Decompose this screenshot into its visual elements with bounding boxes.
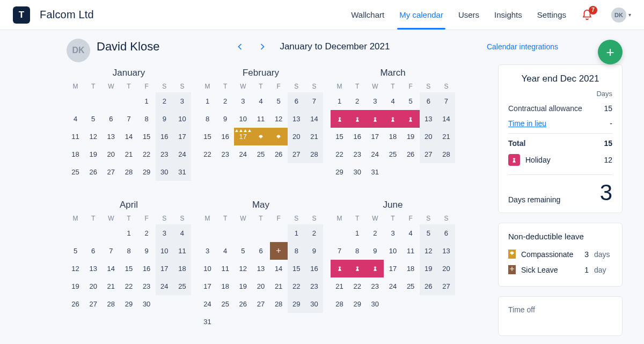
calendar-cell[interactable]: 23 bbox=[138, 277, 156, 295]
calendar-cell[interactable] bbox=[331, 110, 348, 128]
prev-range-button[interactable] bbox=[235, 41, 245, 52]
calendar-cell[interactable]: 7 bbox=[331, 242, 348, 260]
calendar-cell[interactable]: 15 bbox=[199, 128, 216, 145]
calendar-cell[interactable]: 13 bbox=[252, 260, 269, 277]
calendar-cell[interactable]: 7 bbox=[305, 92, 323, 110]
calendar-cell[interactable]: 1 bbox=[288, 224, 305, 242]
calendar-cell[interactable]: 18 bbox=[67, 145, 84, 163]
calendar-cell[interactable]: 15 bbox=[120, 260, 137, 277]
notifications-button[interactable]: 7 bbox=[581, 9, 593, 21]
calendar-cell[interactable]: 25 bbox=[384, 145, 401, 163]
calendar-cell[interactable]: 3 bbox=[156, 224, 173, 242]
calendar-cell[interactable]: 31 bbox=[366, 163, 384, 181]
calendar-cell[interactable]: 15 bbox=[331, 128, 348, 145]
calendar-cell[interactable]: 2 bbox=[348, 92, 366, 110]
calendar-cell[interactable]: 27 bbox=[84, 295, 102, 313]
calendar-cell[interactable]: 5 bbox=[84, 110, 102, 128]
calendar-cell[interactable]: 8 bbox=[120, 242, 137, 260]
calendar-cell[interactable]: 18 bbox=[173, 260, 191, 277]
calendar-cell[interactable]: 4 bbox=[252, 92, 269, 110]
calendar-cell[interactable]: 10 bbox=[199, 260, 216, 277]
calendar-cell[interactable]: 24 bbox=[384, 277, 401, 295]
calendar-cell[interactable]: 22 bbox=[120, 277, 137, 295]
calendar-cell[interactable]: 3 bbox=[199, 242, 216, 260]
calendar-cell[interactable]: 3 bbox=[234, 92, 252, 110]
calendar-cell[interactable]: 7 bbox=[102, 242, 120, 260]
calendar-cell[interactable]: 18 bbox=[216, 277, 234, 295]
calendar-cell[interactable]: 7 bbox=[437, 92, 455, 110]
calendar-cell[interactable] bbox=[348, 110, 366, 128]
calendar-cell[interactable]: 1 bbox=[138, 92, 156, 110]
calendar-cell[interactable]: 20 bbox=[252, 277, 269, 295]
calendar-cell[interactable]: 11 bbox=[402, 242, 420, 260]
calendar-cell[interactable]: 11 bbox=[252, 110, 269, 128]
calendar-cell[interactable]: 2 bbox=[138, 224, 156, 242]
calendar-cell[interactable]: 22 bbox=[199, 145, 216, 163]
calendar-cell[interactable]: 17 bbox=[234, 128, 252, 145]
calendar-cell[interactable]: 8 bbox=[138, 110, 156, 128]
calendar-integrations-link[interactable]: Calendar integrations bbox=[487, 42, 558, 51]
calendar-cell[interactable]: 12 bbox=[84, 128, 102, 145]
calendar-cell[interactable]: 27 bbox=[102, 163, 120, 181]
calendar-cell[interactable]: 5 bbox=[420, 224, 437, 242]
calendar-cell[interactable]: 3 bbox=[366, 92, 384, 110]
calendar-cell[interactable]: 21 bbox=[270, 277, 288, 295]
calendar-cell[interactable]: 4 bbox=[173, 224, 191, 242]
calendar-cell[interactable]: 25 bbox=[67, 163, 84, 181]
brand-logo[interactable]: T bbox=[13, 6, 30, 24]
calendar-cell[interactable]: 14 bbox=[305, 110, 323, 128]
calendar-cell[interactable]: 10 bbox=[384, 242, 401, 260]
calendar-cell[interactable]: 6 bbox=[84, 242, 102, 260]
nav-wallchart[interactable]: Wallchart bbox=[351, 1, 384, 29]
nav-settings[interactable]: Settings bbox=[537, 1, 566, 29]
calendar-cell[interactable]: 23 bbox=[216, 145, 234, 163]
calendar-cell[interactable]: 4 bbox=[384, 92, 401, 110]
calendar-cell[interactable]: 10 bbox=[173, 110, 191, 128]
calendar-cell[interactable]: 14 bbox=[120, 128, 137, 145]
calendar-cell[interactable]: 27 bbox=[288, 145, 305, 163]
calendar-cell[interactable]: 7 bbox=[120, 110, 137, 128]
calendar-cell[interactable]: 9 bbox=[156, 110, 173, 128]
calendar-cell[interactable]: 4 bbox=[402, 224, 420, 242]
nav-users[interactable]: Users bbox=[458, 1, 479, 29]
calendar-cell[interactable]: 5 bbox=[270, 92, 288, 110]
calendar-cell[interactable]: 5 bbox=[67, 242, 84, 260]
calendar-cell[interactable]: 6 bbox=[420, 92, 437, 110]
calendar-cell[interactable]: 20 bbox=[84, 277, 102, 295]
calendar-cell[interactable]: 28 bbox=[270, 295, 288, 313]
calendar-cell[interactable]: 12 bbox=[234, 260, 252, 277]
calendar-cell[interactable]: 17 bbox=[366, 128, 384, 145]
calendar-cell[interactable]: 8 bbox=[348, 242, 366, 260]
calendar-cell[interactable]: 15 bbox=[288, 260, 305, 277]
calendar-cell[interactable] bbox=[402, 110, 420, 128]
calendar-cell[interactable]: 30 bbox=[348, 163, 366, 181]
calendar-cell[interactable]: 25 bbox=[216, 295, 234, 313]
calendar-cell[interactable]: 30 bbox=[156, 163, 173, 181]
calendar-cell[interactable]: 5 bbox=[402, 92, 420, 110]
calendar-cell[interactable]: 3 bbox=[173, 92, 191, 110]
calendar-cell[interactable]: 10 bbox=[234, 110, 252, 128]
calendar-cell[interactable]: 24 bbox=[173, 145, 191, 163]
calendar-cell[interactable]: 20 bbox=[102, 145, 120, 163]
calendar-cell[interactable]: 2 bbox=[216, 92, 234, 110]
calendar-cell[interactable]: 12 bbox=[270, 110, 288, 128]
calendar-cell[interactable]: 13 bbox=[420, 110, 437, 128]
calendar-cell[interactable]: 28 bbox=[437, 145, 455, 163]
calendar-cell[interactable]: 1 bbox=[120, 224, 137, 242]
calendar-cell[interactable]: 24 bbox=[156, 277, 173, 295]
calendar-cell[interactable]: 28 bbox=[305, 145, 323, 163]
calendar-cell[interactable]: 26 bbox=[67, 295, 84, 313]
calendar-cell[interactable]: 26 bbox=[270, 145, 288, 163]
calendar-cell[interactable]: 29 bbox=[348, 295, 366, 313]
calendar-cell[interactable]: 25 bbox=[252, 145, 269, 163]
calendar-cell[interactable]: 9 bbox=[138, 242, 156, 260]
calendar-cell[interactable]: 30 bbox=[366, 295, 384, 313]
calendar-cell[interactable]: 11 bbox=[173, 242, 191, 260]
calendar-cell[interactable]: 12 bbox=[67, 260, 84, 277]
calendar-cell[interactable]: 20 bbox=[288, 128, 305, 145]
calendar-cell[interactable]: 30 bbox=[138, 295, 156, 313]
calendar-cell[interactable]: 9 bbox=[305, 242, 323, 260]
calendar-cell[interactable]: 13 bbox=[102, 128, 120, 145]
calendar-cell[interactable]: 8 bbox=[288, 242, 305, 260]
calendar-cell[interactable] bbox=[348, 260, 366, 277]
